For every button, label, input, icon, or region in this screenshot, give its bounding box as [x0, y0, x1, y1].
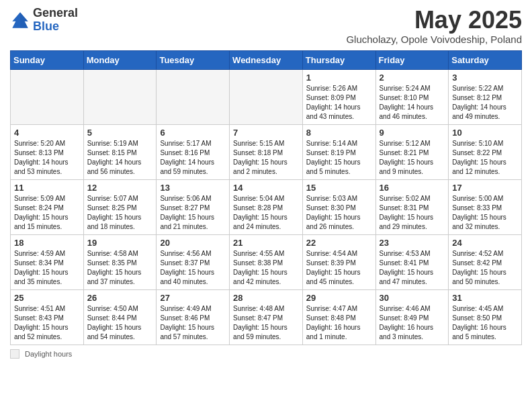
- calendar-cell: 7Sunrise: 5:15 AM Sunset: 8:18 PM Daylig…: [230, 124, 303, 179]
- day-number: 22: [306, 238, 372, 248]
- day-number: 4: [14, 128, 80, 138]
- day-number: 2: [380, 73, 445, 83]
- day-number: 16: [380, 183, 445, 193]
- day-number: 15: [306, 183, 372, 193]
- day-info: Sunrise: 4:54 AM Sunset: 8:39 PM Dayligh…: [306, 249, 372, 287]
- calendar-cell: 10Sunrise: 5:10 AM Sunset: 8:22 PM Dayli…: [449, 124, 522, 179]
- day-number: 14: [233, 183, 299, 193]
- calendar-week-row: 11Sunrise: 5:09 AM Sunset: 8:24 PM Dayli…: [11, 179, 522, 234]
- day-number: 12: [87, 183, 153, 193]
- day-info: Sunrise: 4:47 AM Sunset: 8:48 PM Dayligh…: [306, 304, 372, 342]
- footer: Daylight hours: [10, 349, 522, 359]
- calendar-cell: 2Sunrise: 5:24 AM Sunset: 8:10 PM Daylig…: [375, 69, 449, 124]
- calendar-cell: 16Sunrise: 5:02 AM Sunset: 8:31 PM Dayli…: [375, 179, 449, 234]
- calendar-day-header: Saturday: [449, 50, 522, 69]
- calendar-cell: 14Sunrise: 5:04 AM Sunset: 8:28 PM Dayli…: [230, 179, 303, 234]
- day-info: Sunrise: 5:17 AM Sunset: 8:16 PM Dayligh…: [160, 139, 226, 177]
- logo-icon: [10, 10, 30, 30]
- day-number: 21: [233, 238, 299, 248]
- day-info: Sunrise: 5:04 AM Sunset: 8:28 PM Dayligh…: [233, 194, 299, 232]
- day-info: Sunrise: 5:09 AM Sunset: 8:24 PM Dayligh…: [14, 194, 80, 232]
- day-number: 1: [306, 73, 372, 83]
- calendar-cell: 11Sunrise: 5:09 AM Sunset: 8:24 PM Dayli…: [11, 179, 84, 234]
- calendar-week-row: 1Sunrise: 5:26 AM Sunset: 8:09 PM Daylig…: [11, 69, 522, 124]
- daylight-label: Daylight hours: [25, 350, 72, 358]
- calendar-day-header: Thursday: [302, 50, 375, 69]
- calendar-cell: [11, 69, 84, 124]
- day-info: Sunrise: 5:15 AM Sunset: 8:18 PM Dayligh…: [233, 139, 299, 177]
- day-number: 17: [452, 183, 518, 193]
- day-info: Sunrise: 4:48 AM Sunset: 8:47 PM Dayligh…: [233, 304, 299, 342]
- day-info: Sunrise: 5:24 AM Sunset: 8:10 PM Dayligh…: [380, 84, 445, 122]
- calendar-day-header: Monday: [83, 50, 157, 69]
- calendar-cell: 21Sunrise: 4:55 AM Sunset: 8:38 PM Dayli…: [230, 234, 303, 289]
- calendar-cell: 17Sunrise: 5:00 AM Sunset: 8:33 PM Dayli…: [449, 179, 522, 234]
- day-info: Sunrise: 5:10 AM Sunset: 8:22 PM Dayligh…: [452, 139, 518, 177]
- month-title: May 2025: [346, 7, 522, 34]
- day-number: 19: [87, 238, 153, 248]
- calendar-day-header: Sunday: [11, 50, 84, 69]
- day-info: Sunrise: 4:46 AM Sunset: 8:49 PM Dayligh…: [380, 304, 445, 342]
- day-number: 10: [452, 128, 518, 138]
- day-info: Sunrise: 5:02 AM Sunset: 8:31 PM Dayligh…: [380, 194, 445, 232]
- calendar-cell: 20Sunrise: 4:56 AM Sunset: 8:37 PM Dayli…: [157, 234, 230, 289]
- calendar-cell: 9Sunrise: 5:12 AM Sunset: 8:21 PM Daylig…: [375, 124, 449, 179]
- calendar-week-row: 4Sunrise: 5:20 AM Sunset: 8:13 PM Daylig…: [11, 124, 522, 179]
- calendar-cell: [157, 69, 230, 124]
- day-number: 9: [380, 128, 445, 138]
- calendar-table: SundayMondayTuesdayWednesdayThursdayFrid…: [10, 50, 522, 345]
- calendar-cell: 8Sunrise: 5:14 AM Sunset: 8:19 PM Daylig…: [302, 124, 375, 179]
- day-number: 26: [87, 293, 153, 303]
- calendar-cell: 18Sunrise: 4:59 AM Sunset: 8:34 PM Dayli…: [11, 234, 84, 289]
- day-number: 28: [233, 293, 299, 303]
- day-number: 30: [380, 293, 445, 303]
- calendar-header-row: SundayMondayTuesdayWednesdayThursdayFrid…: [11, 50, 522, 69]
- day-info: Sunrise: 5:06 AM Sunset: 8:27 PM Dayligh…: [160, 194, 226, 232]
- calendar-cell: 3Sunrise: 5:22 AM Sunset: 8:12 PM Daylig…: [449, 69, 522, 124]
- day-number: 31: [452, 293, 518, 303]
- title-block: May 2025 Glucholazy, Opole Voivodeship, …: [346, 7, 522, 45]
- calendar-day-header: Wednesday: [230, 50, 303, 69]
- calendar-cell: 13Sunrise: 5:06 AM Sunset: 8:27 PM Dayli…: [157, 179, 230, 234]
- calendar-cell: [83, 69, 157, 124]
- day-number: 5: [87, 128, 153, 138]
- calendar-cell: 4Sunrise: 5:20 AM Sunset: 8:13 PM Daylig…: [11, 124, 84, 179]
- day-info: Sunrise: 5:07 AM Sunset: 8:25 PM Dayligh…: [87, 194, 153, 232]
- calendar-cell: 23Sunrise: 4:53 AM Sunset: 8:41 PM Dayli…: [375, 234, 449, 289]
- day-number: 3: [452, 73, 518, 83]
- calendar-week-row: 18Sunrise: 4:59 AM Sunset: 8:34 PM Dayli…: [11, 234, 522, 289]
- day-info: Sunrise: 4:55 AM Sunset: 8:38 PM Dayligh…: [233, 249, 299, 287]
- calendar-cell: 15Sunrise: 5:03 AM Sunset: 8:30 PM Dayli…: [302, 179, 375, 234]
- calendar-cell: [230, 69, 303, 124]
- day-info: Sunrise: 5:12 AM Sunset: 8:21 PM Dayligh…: [380, 139, 445, 177]
- calendar-cell: 6Sunrise: 5:17 AM Sunset: 8:16 PM Daylig…: [157, 124, 230, 179]
- day-info: Sunrise: 5:14 AM Sunset: 8:19 PM Dayligh…: [306, 139, 372, 177]
- day-info: Sunrise: 4:53 AM Sunset: 8:41 PM Dayligh…: [380, 249, 445, 287]
- day-number: 13: [160, 183, 226, 193]
- day-number: 6: [160, 128, 226, 138]
- logo: General Blue: [10, 7, 78, 34]
- day-info: Sunrise: 5:03 AM Sunset: 8:30 PM Dayligh…: [306, 194, 372, 232]
- calendar-cell: 31Sunrise: 4:45 AM Sunset: 8:50 PM Dayli…: [449, 289, 522, 345]
- day-number: 25: [14, 293, 80, 303]
- day-number: 24: [452, 238, 518, 248]
- day-info: Sunrise: 4:52 AM Sunset: 8:42 PM Dayligh…: [452, 249, 518, 287]
- day-info: Sunrise: 4:50 AM Sunset: 8:44 PM Dayligh…: [87, 304, 153, 342]
- day-number: 27: [160, 293, 226, 303]
- calendar-cell: 30Sunrise: 4:46 AM Sunset: 8:49 PM Dayli…: [375, 289, 449, 345]
- day-info: Sunrise: 5:20 AM Sunset: 8:13 PM Dayligh…: [14, 139, 80, 177]
- page-header: General Blue May 2025 Glucholazy, Opole …: [10, 7, 522, 45]
- logo-blue-text: Blue: [33, 19, 59, 33]
- svg-marker-1: [20, 12, 28, 28]
- day-info: Sunrise: 5:00 AM Sunset: 8:33 PM Dayligh…: [452, 194, 518, 232]
- calendar-cell: 5Sunrise: 5:19 AM Sunset: 8:15 PM Daylig…: [83, 124, 157, 179]
- day-number: 7: [233, 128, 299, 138]
- day-info: Sunrise: 5:19 AM Sunset: 8:15 PM Dayligh…: [87, 139, 153, 177]
- calendar-cell: 19Sunrise: 4:58 AM Sunset: 8:35 PM Dayli…: [83, 234, 157, 289]
- day-info: Sunrise: 4:56 AM Sunset: 8:37 PM Dayligh…: [160, 249, 226, 287]
- day-number: 20: [160, 238, 226, 248]
- day-number: 11: [14, 183, 80, 193]
- day-info: Sunrise: 4:49 AM Sunset: 8:46 PM Dayligh…: [160, 304, 226, 342]
- calendar-day-header: Friday: [375, 50, 449, 69]
- day-number: 29: [306, 293, 372, 303]
